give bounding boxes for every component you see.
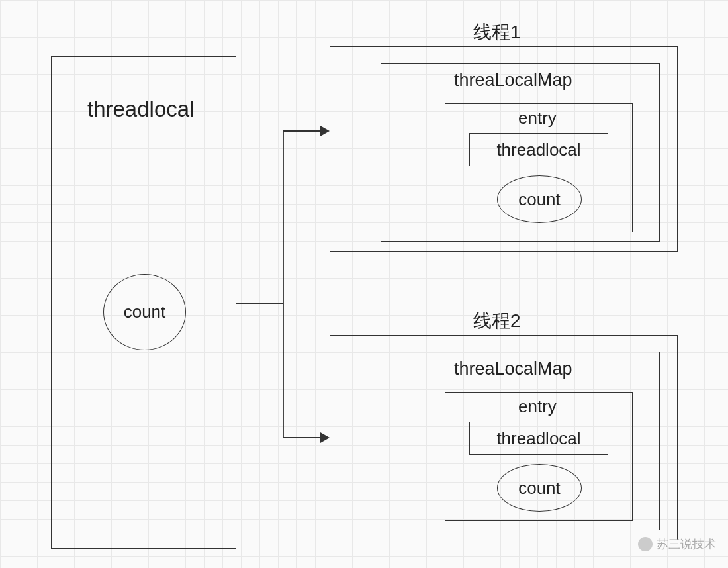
count-label: count — [124, 302, 166, 322]
arrowhead-thread1 — [320, 126, 330, 136]
thread2-tl-box: threadlocal — [469, 422, 608, 455]
thread1-entry-label: entry — [518, 108, 557, 128]
thread2-count-label: count — [518, 478, 561, 498]
count-ellipse: count — [103, 274, 186, 350]
thread1-tl-label: threadlocal — [496, 140, 580, 160]
thread1-map-box: threaLocalMap entry threadlocal count — [381, 63, 660, 242]
thread1-entry-box: entry threadlocal count — [445, 103, 633, 232]
thread1-title: 线程1 — [473, 20, 521, 45]
thread2-entry-box: entry threadlocal count — [445, 392, 633, 521]
thread2-map-label: threaLocalMap — [454, 359, 572, 379]
thread2-title: 线程2 — [473, 308, 521, 334]
thread2-count-ellipse: count — [497, 464, 582, 512]
thread1-map-label: threaLocalMap — [454, 70, 572, 91]
thread2-entry-label: entry — [518, 397, 557, 417]
thread1-outer-box: threaLocalMap entry threadlocal count — [330, 46, 678, 252]
thread2-outer-box: threaLocalMap entry threadlocal count — [330, 335, 678, 540]
thread1-count-label: count — [518, 189, 561, 210]
thread2-tl-label: threadlocal — [496, 428, 580, 449]
thread1-tl-box: threadlocal — [469, 133, 608, 166]
threadlocal-title: threadlocal — [87, 97, 194, 122]
thread1-count-ellipse: count — [497, 175, 582, 223]
watermark: 苏三说技术 — [638, 536, 716, 552]
watermark-text: 苏三说技术 — [657, 536, 716, 552]
threadlocal-box: threadlocal count — [51, 56, 236, 549]
thread2-map-box: threaLocalMap entry threadlocal count — [381, 352, 660, 530]
arrowhead-thread2 — [320, 432, 330, 443]
wechat-icon — [638, 537, 653, 551]
